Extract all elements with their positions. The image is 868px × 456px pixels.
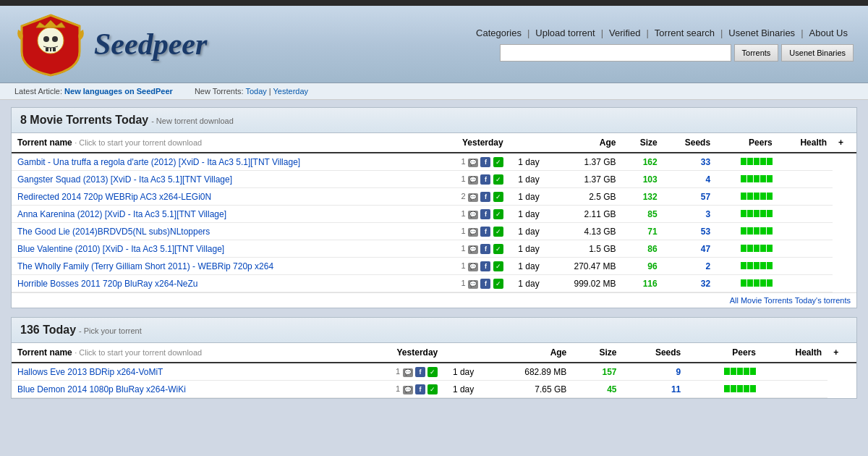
facebook-icon[interactable]: f: [480, 227, 490, 237]
nav-categories[interactable]: Categories: [470, 28, 527, 38]
torrent-link[interactable]: Gambit - Una truffa a regola d'arte (201…: [17, 157, 300, 167]
gen-col-health-header: Health: [762, 343, 827, 363]
torrent-link[interactable]: Horrible Bosses 2011 720p BluRay x264-Ne…: [17, 279, 197, 289]
seeds-cell: 132: [622, 188, 663, 206]
facebook-icon[interactable]: f: [480, 209, 490, 219]
today-link[interactable]: Today: [245, 87, 266, 96]
comment-icon[interactable]: 💬: [468, 263, 478, 271]
verified-icon[interactable]: ✓: [493, 157, 503, 167]
facebook-icon[interactable]: f: [480, 192, 490, 202]
col-health-header: Health: [778, 133, 833, 153]
health-segment: [741, 227, 746, 235]
gen-col-add-header[interactable]: +: [827, 343, 856, 363]
health-segment: [741, 175, 746, 182]
verified-icon[interactable]: ✓: [427, 384, 438, 394]
verified-icon[interactable]: ✓: [493, 209, 503, 219]
yesterday-icons-cell: 1 💬 f ✓: [433, 171, 509, 188]
col-age-header: Age: [545, 133, 622, 153]
peers-cell: 47: [663, 240, 716, 258]
verified-icon[interactable]: ✓: [493, 174, 503, 185]
search-input[interactable]: [500, 44, 731, 62]
torrent-link[interactable]: The Wholly Family (Terry Gilliam Short 2…: [17, 261, 273, 271]
health-bar: [741, 279, 773, 287]
facebook-icon[interactable]: f: [480, 261, 490, 271]
health-segment: [760, 279, 766, 287]
health-cell: [686, 381, 762, 398]
nav-torrent-search[interactable]: Torrent search: [649, 28, 720, 38]
new-torrents-label: New Torrents:: [195, 87, 244, 96]
add-cell: [778, 188, 833, 206]
torrent-link[interactable]: Blue Valentine (2010) [XviD - Ita Ac3 5.…: [17, 244, 224, 254]
usenet-search-button[interactable]: Usenet Binaries: [781, 44, 854, 62]
comment-icon[interactable]: 💬: [468, 211, 478, 219]
verified-icon[interactable]: ✓: [493, 279, 503, 289]
comment-count: 1: [461, 157, 466, 166]
comment-icon[interactable]: 💬: [468, 159, 478, 167]
nav-usenet[interactable]: Usenet Binaries: [723, 28, 801, 38]
comment-count: 2: [461, 192, 466, 200]
comment-icon[interactable]: 💬: [468, 245, 478, 254]
health-segment: [754, 279, 760, 287]
verified-icon[interactable]: ✓: [493, 244, 503, 254]
facebook-icon[interactable]: f: [480, 157, 490, 167]
comment-count: 1: [396, 384, 400, 393]
facebook-icon[interactable]: f: [415, 367, 425, 377]
health-segment: [741, 279, 746, 287]
torrent-link[interactable]: Blue Demon 2014 1080p BluRay x264-WiKi: [17, 384, 186, 394]
general-count: 136: [20, 324, 40, 336]
health-segment: [767, 262, 773, 269]
health-segment: [741, 245, 746, 252]
torrent-link[interactable]: Hallows Eve 2013 BDRip x264-VoMiT: [17, 367, 163, 377]
nav-upload[interactable]: Upload torrent: [529, 28, 600, 38]
health-bar: [741, 210, 773, 217]
facebook-icon[interactable]: f: [480, 244, 490, 254]
verified-icon[interactable]: ✓: [493, 192, 503, 202]
comment-icon[interactable]: 💬: [403, 368, 413, 377]
health-bar: [741, 193, 773, 200]
all-movie-torrents-link[interactable]: All Movie Torrents Today's torrents: [730, 296, 851, 305]
general-subtitle: - Pick your torrent: [79, 326, 142, 335]
seeds-cell: 157: [572, 363, 622, 381]
peers-cell: 57: [663, 188, 716, 206]
facebook-icon[interactable]: f: [415, 384, 425, 394]
add-cell: [778, 223, 833, 240]
verified-icon[interactable]: ✓: [427, 367, 438, 377]
torrent-link[interactable]: Redirected 2014 720p WEBRip AC3 x264-LEG…: [17, 192, 211, 202]
yesterday-link[interactable]: Yesterday: [273, 87, 309, 96]
torrent-link[interactable]: The Good Lie (2014)BRDVD5(NL subs)NLtopp…: [17, 227, 210, 237]
health-segment: [754, 210, 760, 217]
latest-article-link[interactable]: New languages on SeedPeer: [64, 87, 173, 96]
facebook-icon[interactable]: f: [480, 279, 490, 289]
health-cell: [716, 171, 778, 188]
movie-count: 8: [20, 114, 27, 126]
health-segment: [744, 368, 749, 375]
movie-table-row: Blue Valentine (2010) [XviD - Ita Ac3 5.…: [12, 240, 856, 258]
movie-torrent-table: Torrent name · Click to start your torre…: [12, 133, 856, 292]
add-cell: [762, 363, 827, 381]
nav-verified[interactable]: Verified: [603, 28, 646, 38]
sub-header-bar: Latest Article: New languages on SeedPee…: [0, 83, 868, 100]
verified-icon[interactable]: ✓: [493, 227, 503, 237]
health-bar: [741, 158, 773, 165]
torrents-search-button[interactable]: Torrents: [734, 44, 779, 62]
comment-icon[interactable]: 💬: [468, 280, 478, 289]
health-segment: [760, 193, 766, 200]
torrent-link[interactable]: Gangster Squad (2013) [XviD - Ita Ac3 5.…: [17, 174, 232, 185]
facebook-icon[interactable]: f: [480, 174, 490, 185]
health-segment: [737, 385, 743, 392]
comment-icon[interactable]: 💬: [468, 193, 478, 202]
gen-col-yesterday-header: Yesterday: [351, 343, 443, 363]
comment-icon[interactable]: 💬: [403, 386, 413, 394]
peers-cell: 4: [663, 171, 716, 188]
health-segment: [747, 158, 753, 165]
torrent-link[interactable]: Anna Karenina (2012) [XviD - Ita Ac3 5.1…: [17, 209, 226, 219]
health-segment: [767, 227, 773, 235]
comment-icon[interactable]: 💬: [468, 176, 478, 185]
health-cell: [716, 240, 778, 258]
add-cell: [778, 153, 833, 171]
comment-icon[interactable]: 💬: [468, 228, 478, 237]
nav-about[interactable]: About Us: [804, 28, 854, 38]
verified-icon[interactable]: ✓: [493, 261, 503, 271]
col-add-header[interactable]: +: [833, 133, 856, 153]
torrent-name: Hallows Eve 2013 BDRip x264-VoMiT: [12, 363, 351, 381]
